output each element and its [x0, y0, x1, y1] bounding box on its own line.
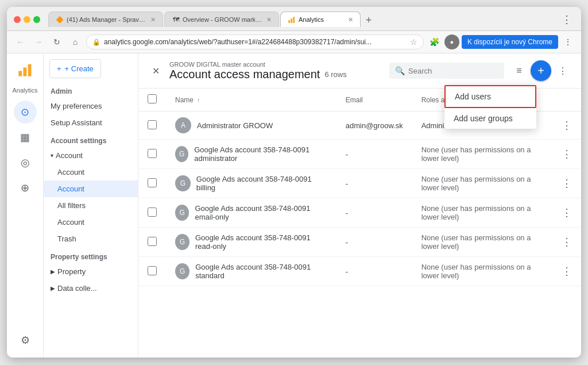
close-panel-button[interactable]: ✕ [148, 63, 164, 79]
row-more-button[interactable]: ⋮ [562, 265, 572, 278]
all-filters-label: All filters [57, 201, 86, 210]
row-checkbox-2[interactable] [148, 178, 157, 187]
select-all-checkbox[interactable] [148, 94, 157, 103]
sidebar-home-button[interactable]: ⊙ [14, 101, 37, 124]
sidebar-reports-button[interactable]: ▦ [14, 126, 37, 149]
avatar: G [175, 205, 189, 221]
sidebar-item-account-expand[interactable]: ▾ Account [44, 147, 138, 164]
user-name: Google Ads account 358-748-0091 email-on… [195, 204, 327, 221]
sidebar-item-my-preferences[interactable]: My preferences [44, 98, 138, 114]
extensions-button[interactable]: 🧩 [427, 34, 442, 49]
maximize-window-button[interactable] [33, 16, 40, 23]
new-tab-button[interactable]: + [362, 13, 376, 27]
actions-column-header [552, 89, 581, 112]
role-cell: None (user has permissions on a lower le… [412, 198, 552, 228]
email-cell: - [336, 198, 412, 228]
tab-label-1: (41) Ads Manager - Spravov... [67, 16, 148, 23]
svg-rect-3 [18, 71, 22, 76]
sidebar-advertising-button[interactable]: ⊕ [14, 176, 37, 199]
close-window-button[interactable] [14, 16, 21, 23]
sidebar-item-property[interactable]: ▶ Property [44, 263, 138, 280]
row-more-button[interactable]: ⋮ [562, 206, 572, 219]
avatar: A [175, 117, 191, 133]
dropdown-item-0[interactable]: Add users [444, 85, 536, 108]
reload-button[interactable]: ↻ [49, 34, 64, 49]
browser-titlebar: 🔶 (41) Ads Manager - Spravov... ✕ 🗺 Over… [7, 7, 581, 31]
dropdown-item-1[interactable]: Add user groups [444, 108, 536, 129]
address-bar[interactable]: 🔒 analytics.google.com/analytics/web/?au… [86, 34, 424, 49]
page-title: Account access management 6 rows [169, 68, 384, 81]
profile-button[interactable]: ● [444, 34, 459, 49]
sidebar-item-all-filters[interactable]: All filters [44, 197, 138, 214]
sidebar-item-trash[interactable]: Trash [44, 230, 138, 247]
sidebar-item-account-detail[interactable]: Account [44, 164, 138, 180]
header-actions: ≡ + ⋮ [510, 60, 572, 81]
sidebar-explore-button[interactable]: ◎ [14, 151, 37, 174]
traffic-lights [14, 16, 40, 23]
sidebar-item-account-change[interactable]: Account [44, 214, 138, 230]
data-collection-label: Data colle... [57, 284, 97, 293]
tab-close-1[interactable]: ✕ [150, 16, 156, 24]
chrome-update-button[interactable]: K dispozícii je nový Chrome [462, 35, 558, 49]
row-checkbox-5[interactable] [148, 266, 157, 275]
email-cell: admin@groow.sk [336, 112, 412, 140]
row-checkbox-0[interactable] [148, 120, 157, 129]
tab-close-3[interactable]: ✕ [348, 16, 353, 24]
name-column-header: Name ↑ [166, 89, 336, 112]
table-row: G Google Ads account 358-748-0091 billin… [138, 169, 581, 198]
more-options-button[interactable]: ⋮ [554, 62, 572, 80]
tab-label-2: Overview - GROOW marketin... [183, 16, 264, 23]
sidebar-item-setup-assistant[interactable]: Setup Assistant [44, 114, 138, 131]
user-name: Google Ads account 358-748-0091 billing [196, 175, 327, 192]
name-cell: G Google Ads account 358-748-0091 admini… [175, 145, 327, 163]
tab-ads-manager[interactable]: 🔶 (41) Ads Manager - Spravov... ✕ [48, 11, 163, 27]
forward-button[interactable]: → [31, 34, 46, 49]
filter-button[interactable]: ≡ [510, 62, 528, 80]
chrome-menu-button[interactable]: ⋮ [559, 12, 574, 27]
plus-icon: + [57, 64, 61, 73]
home-button[interactable]: ⌂ [68, 34, 83, 49]
account-settings-title: Account settings [44, 135, 138, 147]
add-user-button[interactable]: + [531, 60, 551, 81]
tab-close-2[interactable]: ✕ [266, 16, 272, 24]
email-cell: - [336, 228, 412, 257]
tab-analytics[interactable]: Analytics ✕ [280, 11, 361, 27]
row-more-button[interactable]: ⋮ [562, 177, 572, 190]
back-button[interactable]: ← [13, 34, 28, 49]
property-label: Property [57, 267, 86, 276]
url-text: analytics.google.com/analytics/web/?auth… [104, 38, 407, 46]
breadcrumb: GROOW DIGITAL master account [169, 61, 384, 68]
sidebar-settings-button[interactable]: ⚙ [14, 329, 37, 352]
search-input[interactable] [408, 67, 489, 75]
name-cell: G Google Ads account 358-748-0091 billin… [175, 175, 327, 192]
svg-rect-1 [291, 18, 292, 23]
row-more-button[interactable]: ⋮ [562, 119, 572, 132]
sidebar-item-data-collection[interactable]: ▶ Data colle... [44, 280, 138, 297]
row-checkbox-3[interactable] [148, 208, 157, 217]
sort-icon[interactable]: ↑ [197, 97, 200, 103]
row-more-button[interactable]: ⋮ [562, 236, 572, 248]
svg-rect-4 [23, 68, 26, 76]
trash-label: Trash [57, 235, 76, 243]
tab-overview[interactable]: 🗺 Overview - GROOW marketin... ✕ [164, 11, 279, 27]
sidebar-item-account-access[interactable]: Account [44, 180, 138, 197]
create-button[interactable]: + + Create [49, 59, 101, 78]
account-change-label: Account [57, 218, 84, 226]
name-header-label: Name [175, 96, 194, 104]
nav-extra-buttons: 🧩 ● K dispozícii je nový Chrome ⋮ [427, 34, 575, 49]
row-more-button[interactable]: ⋮ [562, 148, 572, 160]
setup-assistant-label: Setup Assistant [51, 118, 102, 127]
name-cell: G Google Ads account 358-748-0091 standa… [175, 263, 327, 280]
chrome-more-button[interactable]: ⋮ [560, 34, 575, 49]
bookmark-icon[interactable]: ☆ [410, 37, 417, 47]
svg-rect-2 [293, 17, 295, 22]
account-access-label: Account [57, 185, 84, 193]
row-checkbox-4[interactable] [148, 237, 157, 246]
row-checkbox-1[interactable] [148, 149, 157, 158]
role-cell: None (user has permissions on a lower le… [412, 169, 552, 198]
email-header-label: Email [346, 96, 363, 104]
search-bar[interactable]: 🔍 [389, 63, 504, 79]
name-cell: G Google Ads account 358-748-0091 email-… [175, 204, 327, 221]
minimize-window-button[interactable] [24, 16, 30, 23]
dropdown-menu: Add usersAdd user groups [444, 85, 536, 129]
